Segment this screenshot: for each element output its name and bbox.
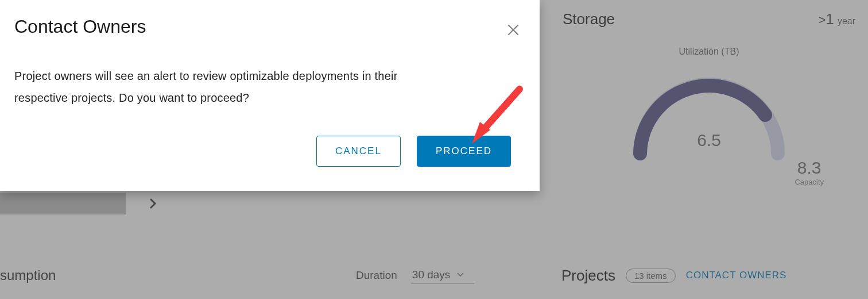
close-icon [506, 23, 520, 37]
contact-owners-modal: Contact Owners Project owners will see a… [0, 0, 540, 191]
modal-close-button[interactable] [506, 23, 520, 39]
modal-actions: CANCEL PROCEED [316, 136, 511, 167]
modal-title: Contact Owners [14, 16, 522, 37]
modal-body-text: Project owners will see an alert to revi… [14, 65, 451, 109]
cancel-button[interactable]: CANCEL [316, 136, 401, 167]
proceed-button[interactable]: PROCEED [417, 136, 511, 167]
